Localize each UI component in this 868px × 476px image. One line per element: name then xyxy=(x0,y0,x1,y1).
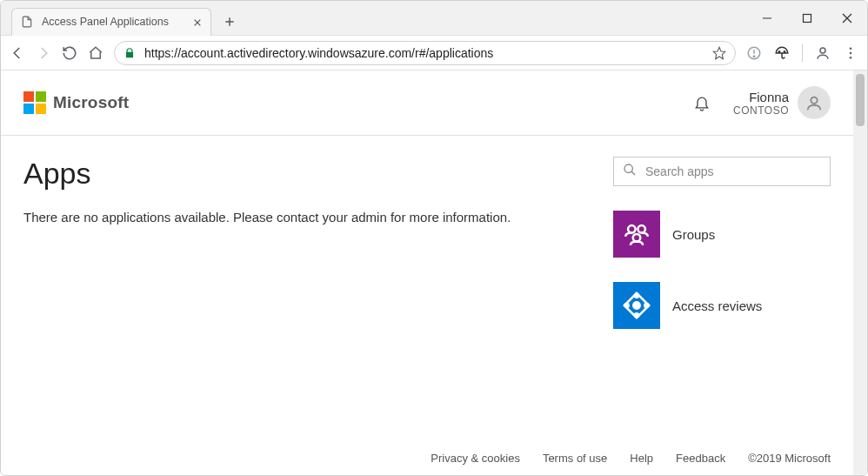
ms-squares-icon xyxy=(23,91,46,114)
svg-point-12 xyxy=(778,50,780,52)
scrollbar[interactable] xyxy=(853,70,867,475)
lock-icon xyxy=(124,47,136,59)
tile-groups[interactable]: Groups xyxy=(613,211,831,258)
user-org: CONTOSO xyxy=(733,104,789,117)
toolbar-right xyxy=(746,44,858,62)
tab-title: Access Panel Applications xyxy=(42,16,169,28)
extension-icon[interactable] xyxy=(746,45,762,61)
people-icon xyxy=(613,211,660,258)
svg-point-29 xyxy=(625,304,629,307)
svg-point-15 xyxy=(850,47,852,50)
search-icon xyxy=(623,163,637,180)
svg-marker-8 xyxy=(713,47,724,58)
svg-line-20 xyxy=(631,171,635,175)
notifications-icon[interactable] xyxy=(693,94,711,111)
brand-header: Microsoft Fionna CONTOSO xyxy=(1,70,853,136)
svg-rect-5 xyxy=(804,14,811,22)
svg-point-13 xyxy=(784,50,785,52)
window-controls xyxy=(747,1,867,36)
tile-access-reviews[interactable]: Access reviews xyxy=(613,282,831,329)
svg-point-26 xyxy=(635,294,638,298)
page-title: Apps xyxy=(23,157,578,191)
left-column: Apps There are no applications available… xyxy=(23,157,578,436)
main-body: Apps There are no applications available… xyxy=(1,136,853,445)
new-tab-button[interactable] xyxy=(218,10,241,33)
profile-icon[interactable] xyxy=(815,45,831,61)
page-icon xyxy=(21,16,33,28)
scrollbar-thumb[interactable] xyxy=(856,74,865,126)
empty-state-message: There are no applications available. Ple… xyxy=(23,210,578,225)
tile-label: Access reviews xyxy=(672,298,762,313)
url-field[interactable]: https://account.activedirectory.windowsa… xyxy=(114,41,736,65)
window-titlebar: Access Panel Applications xyxy=(1,1,867,36)
diamond-icon xyxy=(613,282,660,329)
address-bar: https://account.activedirectory.windowsa… xyxy=(1,36,867,70)
footer-feedback-link[interactable]: Feedback xyxy=(676,452,725,465)
svg-point-25 xyxy=(632,301,641,310)
svg-point-19 xyxy=(624,164,632,172)
footer-privacy-link[interactable]: Privacy & cookies xyxy=(431,452,520,465)
footer-help-link[interactable]: Help xyxy=(630,452,653,465)
separator xyxy=(802,44,803,62)
umbrella-icon[interactable] xyxy=(774,45,790,61)
svg-point-16 xyxy=(850,51,852,54)
footer: Privacy & cookies Terms of use Help Feed… xyxy=(1,445,853,475)
microsoft-logo[interactable]: Microsoft xyxy=(23,91,129,114)
bookmark-star-icon[interactable] xyxy=(712,46,726,60)
footer-terms-link[interactable]: Terms of use xyxy=(543,452,607,465)
svg-point-11 xyxy=(753,56,755,57)
search-box[interactable] xyxy=(613,157,831,186)
browser-tab[interactable]: Access Panel Applications xyxy=(11,8,211,36)
svg-point-14 xyxy=(820,48,825,53)
svg-point-28 xyxy=(635,313,638,317)
window-minimize-button[interactable] xyxy=(747,1,787,36)
page-content: Microsoft Fionna CONTOSO xyxy=(1,70,853,475)
url-text: https://account.activedirectory.windowsa… xyxy=(144,46,493,60)
user-name: Fionna xyxy=(749,90,789,104)
window-maximize-button[interactable] xyxy=(787,1,827,36)
svg-point-17 xyxy=(850,56,852,58)
window-close-button[interactable] xyxy=(827,1,867,36)
svg-point-18 xyxy=(811,97,817,104)
back-button[interactable] xyxy=(10,45,25,61)
footer-copyright: ©2019 Microsoft xyxy=(748,452,831,465)
tab-close-icon[interactable] xyxy=(193,17,202,26)
content-wrap: Microsoft Fionna CONTOSO xyxy=(1,70,867,475)
user-menu[interactable]: Fionna CONTOSO xyxy=(733,86,831,119)
brand-text: Microsoft xyxy=(53,93,129,112)
right-column: Groups Access reviews xyxy=(613,157,831,436)
avatar xyxy=(798,86,831,119)
tile-label: Groups xyxy=(672,227,715,242)
search-input[interactable] xyxy=(645,164,821,178)
svg-point-27 xyxy=(644,304,648,307)
home-button[interactable] xyxy=(88,45,103,61)
forward-button[interactable] xyxy=(36,45,51,61)
more-menu-icon[interactable] xyxy=(843,45,858,61)
reload-button[interactable] xyxy=(62,45,77,61)
